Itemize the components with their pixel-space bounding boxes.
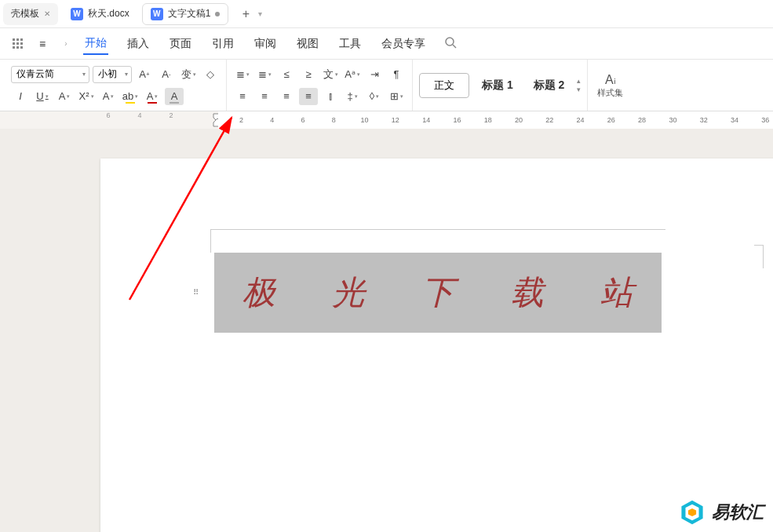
- tab-overflow-icon[interactable]: ▾: [258, 9, 262, 18]
- svg-rect-4: [16, 42, 19, 45]
- new-tab-button[interactable]: +: [236, 5, 255, 24]
- underline-button[interactable]: U: [33, 88, 52, 105]
- align-center-button[interactable]: ≡: [255, 88, 274, 105]
- italic-button[interactable]: I: [11, 88, 30, 105]
- svg-rect-3: [13, 42, 15, 45]
- highlight-button[interactable]: ab: [121, 88, 140, 105]
- close-icon[interactable]: ✕: [44, 9, 50, 18]
- menu-page[interactable]: 页面: [168, 34, 193, 54]
- menu-ref[interactable]: 引用: [210, 34, 235, 54]
- svg-rect-1: [16, 38, 19, 41]
- drag-handle-icon[interactable]: ⠿: [193, 288, 199, 297]
- align-right-button[interactable]: ≡: [277, 88, 296, 105]
- watermark-text: 易软汇: [712, 501, 764, 524]
- tab-template[interactable]: 壳模板 ✕: [3, 3, 58, 25]
- page[interactable]: ⠿ 极 光 下 载 站: [100, 159, 773, 532]
- watermark: 易软汇: [679, 499, 764, 526]
- style-set-button[interactable]: Aᵢ 样式集: [594, 72, 626, 99]
- align-justify-button[interactable]: ≡: [299, 88, 318, 105]
- document-area[interactable]: ⠿ 极 光 下 载 站: [0, 129, 773, 532]
- char-shading-button[interactable]: A: [165, 88, 184, 105]
- superscript-button[interactable]: X²: [77, 88, 96, 105]
- app-menu-icon[interactable]: [9, 35, 27, 53]
- tab-doc2[interactable]: W 文字文稿1: [142, 3, 229, 25]
- style-heading2[interactable]: 标题 2: [526, 75, 573, 96]
- word-icon: W: [151, 8, 163, 20]
- char: 光: [332, 271, 365, 315]
- strike-button[interactable]: A: [55, 88, 74, 105]
- tab-label: 壳模板: [11, 7, 39, 20]
- style-heading1[interactable]: 标题 1: [474, 75, 521, 96]
- svg-rect-8: [20, 46, 23, 49]
- tab-label: 秋天.docx: [88, 7, 129, 20]
- align-left-button[interactable]: ≡: [233, 88, 252, 105]
- svg-rect-2: [20, 38, 23, 41]
- shading-button[interactable]: ◊: [365, 88, 384, 105]
- change-case-button[interactable]: 变: [179, 66, 198, 83]
- char: 站: [600, 271, 633, 315]
- svg-rect-0: [13, 38, 15, 41]
- document-tabs: 壳模板 ✕ W 秋天.docx W 文字文稿1 + ▾: [0, 0, 773, 28]
- char: 载: [511, 271, 544, 315]
- search-icon[interactable]: [444, 36, 457, 51]
- font-color-button[interactable]: A: [143, 88, 162, 105]
- clear-format-button[interactable]: ◇: [201, 66, 220, 83]
- char-border-button[interactable]: Aᵃ: [343, 66, 362, 83]
- phonetic-button[interactable]: 文: [321, 66, 340, 83]
- watermark-logo-icon: [679, 499, 706, 526]
- header-boundary: [210, 229, 665, 253]
- menu-review[interactable]: 审阅: [253, 34, 278, 54]
- font-group: 仪青云简 小初 A+ A- 变 ◇ I U A X² A ab A A: [5, 60, 227, 111]
- number-list-button[interactable]: ≣: [255, 66, 274, 83]
- menu-bar: ≡ › 开始 插入 页面 引用 审阅 视图 工具 会员专享: [0, 28, 773, 60]
- ruler-negative: 642: [100, 111, 195, 119]
- menu-member[interactable]: 会员专享: [380, 34, 427, 54]
- svg-rect-6: [13, 46, 15, 49]
- text-effect-button[interactable]: A: [99, 88, 118, 105]
- tab-label: 文字文稿1: [168, 7, 211, 20]
- ruler-page-area: 24681012141618202224262830323436: [218, 111, 773, 129]
- increase-indent-button[interactable]: ≥: [299, 66, 318, 83]
- menu-insert[interactable]: 插入: [126, 34, 151, 54]
- menu-file[interactable]: ≡: [38, 35, 47, 53]
- style-body[interactable]: 正文: [419, 73, 469, 98]
- ribbon: 仪青云简 小初 A+ A- 变 ◇ I U A X² A ab A A ≣ ≣ …: [0, 60, 773, 111]
- margin-mark: [754, 245, 764, 268]
- unsaved-dot-icon: [215, 12, 220, 16]
- border-button[interactable]: ⊞: [387, 88, 406, 105]
- show-marks-button[interactable]: ¶: [387, 66, 406, 83]
- tab-doc1[interactable]: W 秋天.docx: [63, 3, 137, 25]
- style-scroll[interactable]: ▴▾: [577, 77, 581, 93]
- selected-text[interactable]: 极 光 下 载 站: [214, 253, 662, 333]
- word-icon: W: [71, 8, 83, 20]
- menu-view[interactable]: 视图: [295, 34, 320, 54]
- menu-tool[interactable]: 工具: [337, 34, 363, 54]
- svg-point-9: [446, 38, 454, 46]
- style-set-group: Aᵢ 样式集: [588, 60, 633, 111]
- svg-rect-5: [20, 42, 23, 45]
- line-spacing-button[interactable]: ‡: [343, 88, 362, 105]
- char: 下: [421, 271, 454, 315]
- distribute-button[interactable]: ⫿: [321, 88, 340, 105]
- svg-rect-7: [16, 46, 19, 49]
- font-name-select[interactable]: 仪青云简: [11, 66, 89, 83]
- grow-font-button[interactable]: A+: [135, 66, 154, 83]
- char: 极: [242, 271, 275, 315]
- font-size-select[interactable]: 小初: [93, 66, 132, 83]
- paragraph-group: ≣ ≣ ≤ ≥ 文 Aᵃ ⇥ ¶ ≡ ≡ ≡ ≡ ⫿ ‡ ◊ ⊞: [227, 60, 413, 111]
- menu-start[interactable]: 开始: [83, 33, 108, 55]
- chevron-icon: ›: [64, 39, 67, 48]
- styles-group: 正文 标题 1 标题 2 ▴▾: [413, 60, 588, 111]
- shrink-font-button[interactable]: A-: [157, 66, 176, 83]
- bullet-list-button[interactable]: ≣: [233, 66, 252, 83]
- decrease-indent-button[interactable]: ≤: [277, 66, 296, 83]
- tab-button[interactable]: ⇥: [365, 66, 384, 83]
- svg-line-10: [453, 45, 456, 48]
- horizontal-ruler[interactable]: 642 24681012141618202224262830323436: [0, 111, 773, 129]
